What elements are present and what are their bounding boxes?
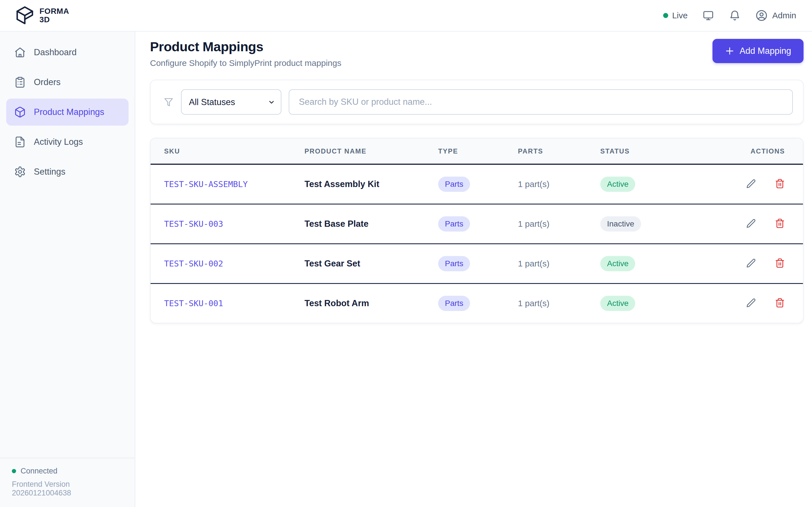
sku-link[interactable]: TEST-SKU-001 bbox=[164, 298, 223, 308]
column-header-status: Status bbox=[600, 138, 719, 164]
add-mapping-button[interactable]: Add Mapping bbox=[712, 39, 804, 63]
page-title: Product Mappings bbox=[150, 39, 342, 54]
frontend-version: Frontend Version 20260121004638 bbox=[12, 480, 123, 497]
bell-icon bbox=[729, 10, 741, 21]
sidebar-item-label: Orders bbox=[34, 77, 61, 87]
sidebar-item-label: Product Mappings bbox=[34, 107, 104, 117]
type-badge: Parts bbox=[438, 216, 470, 231]
product-name: Test Base Plate bbox=[305, 219, 368, 229]
edit-mapping-button[interactable] bbox=[746, 179, 756, 189]
plus-icon bbox=[725, 46, 734, 56]
sku-link[interactable]: TEST-SKU-002 bbox=[164, 259, 223, 269]
admin-menu[interactable]: Admin bbox=[755, 9, 796, 22]
search-input[interactable] bbox=[289, 89, 793, 115]
status-badge: Active bbox=[600, 177, 635, 192]
trash-icon bbox=[775, 258, 785, 268]
sidebar-item-dashboard[interactable]: Dashboard bbox=[6, 39, 129, 66]
topbar-actions: Live bbox=[663, 9, 796, 22]
home-icon bbox=[14, 47, 26, 58]
topbar: FORMA 3D Live bbox=[0, 0, 812, 32]
table-row: TEST-SKU-002 Test Gear Set Parts 1 part(… bbox=[151, 244, 803, 284]
status-badge: Active bbox=[600, 256, 635, 271]
filter-bar: All Statuses bbox=[150, 80, 804, 124]
trash-icon bbox=[775, 179, 785, 189]
delete-mapping-button[interactable] bbox=[775, 179, 785, 189]
filter-funnel-icon bbox=[163, 97, 174, 107]
mappings-table: SKU Product Name Type Parts Status Actio… bbox=[151, 138, 803, 323]
notifications-button[interactable] bbox=[729, 10, 741, 21]
column-header-sku: SKU bbox=[151, 138, 305, 164]
live-status: Live bbox=[663, 11, 688, 20]
mappings-table-card: SKU Product Name Type Parts Status Actio… bbox=[150, 138, 804, 323]
sku-link[interactable]: TEST-SKU-003 bbox=[164, 219, 223, 229]
sidebar-item-orders[interactable]: Orders bbox=[6, 69, 129, 96]
parts-count: 1 part(s) bbox=[518, 259, 550, 268]
add-mapping-label: Add Mapping bbox=[740, 46, 791, 56]
table-row: TEST-SKU-ASSEMBLY Test Assembly Kit Part… bbox=[151, 164, 803, 204]
clipboard-icon bbox=[14, 76, 26, 88]
gear-icon bbox=[14, 166, 26, 178]
page-header-text: Product Mappings Configure Shopify to Si… bbox=[150, 39, 342, 68]
table-row: TEST-SKU-001 Test Robot Arm Parts 1 part… bbox=[151, 284, 803, 323]
column-header-actions: Actions bbox=[719, 138, 803, 164]
sidebar: Dashboard Orders Product Mappings Activi… bbox=[0, 32, 135, 507]
trash-icon bbox=[775, 298, 785, 308]
product-name: Test Robot Arm bbox=[305, 298, 369, 308]
delete-mapping-button[interactable] bbox=[775, 258, 785, 268]
display-button[interactable] bbox=[702, 10, 714, 21]
brand-line2: 3D bbox=[40, 15, 69, 24]
column-header-type: Type bbox=[438, 138, 518, 164]
delete-mapping-button[interactable] bbox=[775, 298, 785, 308]
pencil-icon bbox=[746, 179, 756, 189]
pencil-icon bbox=[746, 218, 756, 228]
column-header-parts: Parts bbox=[518, 138, 600, 164]
brand: FORMA 3D bbox=[15, 5, 69, 25]
sidebar-item-label: Settings bbox=[34, 167, 65, 177]
cube-icon bbox=[14, 106, 26, 118]
user-circle-icon bbox=[755, 9, 768, 22]
type-badge: Parts bbox=[438, 296, 470, 311]
sidebar-item-label: Dashboard bbox=[34, 47, 77, 57]
parts-count: 1 part(s) bbox=[518, 298, 550, 308]
main-content: Product Mappings Configure Shopify to Si… bbox=[135, 32, 812, 507]
sku-link[interactable]: TEST-SKU-ASSEMBLY bbox=[164, 179, 248, 189]
product-name: Test Gear Set bbox=[305, 259, 360, 269]
monitor-icon bbox=[702, 10, 714, 21]
pencil-icon bbox=[746, 298, 756, 308]
sidebar-item-label: Activity Logs bbox=[34, 137, 83, 147]
table-header: SKU Product Name Type Parts Status Actio… bbox=[151, 138, 803, 164]
sidebar-item-activity-logs[interactable]: Activity Logs bbox=[6, 128, 129, 156]
status-filter: All Statuses bbox=[181, 89, 282, 115]
edit-mapping-button[interactable] bbox=[746, 298, 756, 308]
sidebar-item-settings[interactable]: Settings bbox=[6, 158, 129, 185]
status-badge: Active bbox=[600, 296, 635, 311]
table-body: TEST-SKU-ASSEMBLY Test Assembly Kit Part… bbox=[151, 164, 803, 323]
status-badge: Inactive bbox=[600, 216, 641, 231]
connected-dot-icon bbox=[12, 469, 16, 473]
parts-count: 1 part(s) bbox=[518, 179, 550, 189]
parts-count: 1 part(s) bbox=[518, 219, 550, 228]
document-icon bbox=[14, 136, 26, 148]
sidebar-item-product-mappings[interactable]: Product Mappings bbox=[6, 99, 129, 126]
status-filter-select[interactable]: All Statuses bbox=[181, 89, 282, 115]
pencil-icon bbox=[746, 258, 756, 268]
table-row: TEST-SKU-003 Test Base Plate Parts 1 par… bbox=[151, 204, 803, 244]
live-label: Live bbox=[672, 11, 688, 20]
connection-label: Connected bbox=[20, 467, 57, 475]
sidebar-footer: Connected Frontend Version 2026012100463… bbox=[0, 458, 135, 507]
edit-mapping-button[interactable] bbox=[746, 218, 756, 228]
connection-status: Connected bbox=[12, 467, 123, 475]
type-badge: Parts bbox=[438, 256, 470, 271]
admin-label: Admin bbox=[772, 11, 796, 20]
edit-mapping-button[interactable] bbox=[746, 258, 756, 268]
live-dot-icon bbox=[663, 13, 668, 18]
brand-line1: FORMA bbox=[40, 7, 69, 15]
page-header: Product Mappings Configure Shopify to Si… bbox=[150, 39, 804, 68]
page-subtitle: Configure Shopify to SimplyPrint product… bbox=[150, 58, 342, 68]
brand-name: FORMA 3D bbox=[40, 7, 69, 24]
column-header-product-name: Product Name bbox=[305, 138, 438, 164]
brand-logo-icon bbox=[15, 5, 35, 25]
sidebar-nav: Dashboard Orders Product Mappings Activi… bbox=[0, 32, 135, 185]
type-badge: Parts bbox=[438, 177, 470, 192]
delete-mapping-button[interactable] bbox=[775, 218, 785, 228]
